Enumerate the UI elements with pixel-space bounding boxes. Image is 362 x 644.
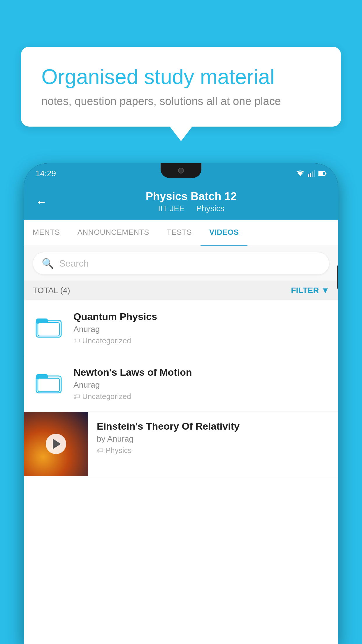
tag-label-2: Uncategorized <box>82 392 131 401</box>
bubble-title: Organised study material <box>41 64 321 89</box>
phone-frame: 14:29 <box>24 163 338 644</box>
tab-tests[interactable]: TESTS <box>158 220 201 246</box>
header-subtitle: IIT JEE Physics <box>56 204 326 213</box>
filter-label: FILTER <box>291 286 319 295</box>
tab-announcements[interactable]: ANNOUNCEMENTS <box>69 220 158 246</box>
svg-rect-6 <box>319 172 323 175</box>
video-author-3: by Anurag <box>97 434 329 444</box>
video-title-2: Newton's Laws of Motion <box>73 367 329 378</box>
subtitle-iitjee: IIT JEE <box>158 204 184 213</box>
header-title: Physics Batch 12 <box>56 190 326 203</box>
video-thumbnail-1 <box>33 311 65 343</box>
camera <box>178 168 184 174</box>
svg-rect-13 <box>38 378 59 392</box>
list-item[interactable]: Einstein's Theory Of Relativity by Anura… <box>24 412 338 476</box>
filter-icon: ▼ <box>321 286 329 295</box>
status-icons <box>296 170 326 177</box>
video-tag-1: 🏷 Uncategorized <box>73 336 329 345</box>
wifi-icon <box>296 170 304 177</box>
folder-icon-1 <box>36 314 62 340</box>
tab-ments[interactable]: MENTS <box>24 220 69 246</box>
svg-rect-4 <box>314 170 315 177</box>
search-input-wrap[interactable]: 🔍 Search <box>33 252 329 275</box>
total-label: TOTAL (4) <box>33 286 70 295</box>
video-title-3: Einstein's Theory Of Relativity <box>97 421 329 432</box>
tag-label-3: Physics <box>106 446 132 455</box>
tag-icon-3: 🏷 <box>97 447 103 454</box>
battery-icon <box>318 171 326 176</box>
video-tag-2: 🏷 Uncategorized <box>73 392 329 401</box>
app-header: ← Physics Batch 12 IIT JEE Physics <box>24 184 338 220</box>
notch <box>161 163 201 178</box>
svg-rect-1 <box>308 174 309 177</box>
tab-videos[interactable]: VIDEOS <box>201 220 247 246</box>
svg-rect-7 <box>326 173 326 174</box>
tag-label-1: Uncategorized <box>82 336 131 345</box>
status-time: 14:29 <box>36 169 56 178</box>
speech-bubble: Organised study material notes, question… <box>21 47 341 127</box>
video-title-1: Quantum Physics <box>73 311 329 322</box>
tag-icon-1: 🏷 <box>73 337 80 345</box>
tag-icon-2: 🏷 <box>73 393 80 400</box>
header-center: Physics Batch 12 IIT JEE Physics <box>56 190 326 213</box>
play-triangle-icon <box>53 439 61 449</box>
volume-button <box>337 265 338 289</box>
search-icon: 🔍 <box>42 258 54 269</box>
folder-icon-2 <box>36 370 62 396</box>
bubble-subtitle: notes, question papers, solutions all at… <box>41 95 321 108</box>
video-thumbnail-3 <box>24 412 88 476</box>
svg-rect-3 <box>312 172 313 177</box>
video-thumbnail-2 <box>33 367 65 399</box>
video-author-2: Anurag <box>73 380 329 390</box>
filter-button[interactable]: FILTER ▼ <box>291 286 329 295</box>
subtitle-physics: Physics <box>196 204 224 213</box>
screen: ← Physics Batch 12 IIT JEE Physics MENTS… <box>24 184 338 644</box>
play-button-3[interactable] <box>46 434 66 454</box>
search-bar-container: 🔍 Search <box>24 246 338 281</box>
search-placeholder: Search <box>59 258 89 269</box>
filter-row: TOTAL (4) FILTER ▼ <box>24 281 338 300</box>
video-author-1: Anurag <box>73 325 329 334</box>
video-info-2: Newton's Laws of Motion Anurag 🏷 Uncateg… <box>73 367 329 401</box>
svg-rect-2 <box>310 173 311 177</box>
video-info-3: Einstein's Theory Of Relativity by Anura… <box>88 412 338 464</box>
video-list: Quantum Physics Anurag 🏷 Uncategorized <box>24 300 338 476</box>
svg-marker-0 <box>298 173 303 176</box>
status-bar: 14:29 <box>24 163 338 184</box>
list-item[interactable]: Quantum Physics Anurag 🏷 Uncategorized <box>24 300 338 356</box>
video-tag-3: 🏷 Physics <box>97 446 329 455</box>
back-button[interactable]: ← <box>36 196 47 208</box>
list-item[interactable]: Newton's Laws of Motion Anurag 🏷 Uncateg… <box>24 356 338 412</box>
signal-icon <box>308 170 315 177</box>
tabs-bar: MENTS ANNOUNCEMENTS TESTS VIDEOS <box>24 220 338 246</box>
video-info-1: Quantum Physics Anurag 🏷 Uncategorized <box>73 311 329 345</box>
svg-rect-10 <box>38 323 59 336</box>
